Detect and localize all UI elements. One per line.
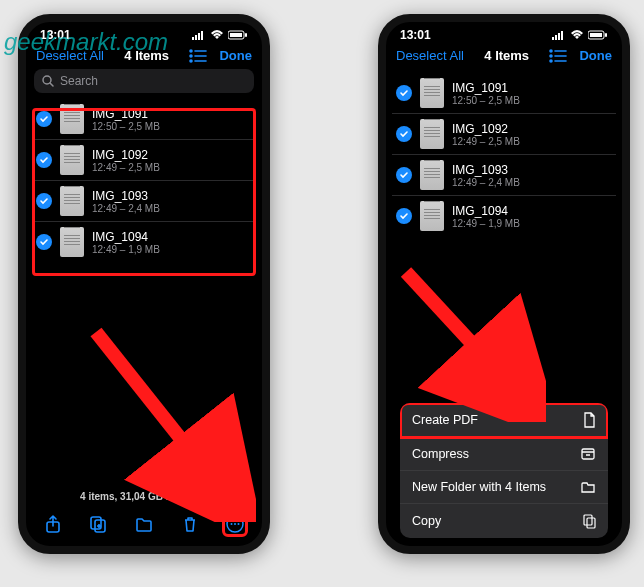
search-icon bbox=[42, 75, 54, 87]
status-time: 13:01 bbox=[40, 28, 71, 42]
move-button[interactable] bbox=[126, 509, 162, 539]
view-toggle-icon[interactable] bbox=[189, 49, 207, 63]
svg-rect-5 bbox=[230, 33, 242, 37]
svg-rect-27 bbox=[558, 33, 560, 40]
deselect-all-button[interactable]: Deselect All bbox=[36, 48, 104, 63]
checkbox-checked-icon[interactable] bbox=[396, 85, 412, 101]
ctx-label: New Folder with 4 Items bbox=[412, 480, 546, 494]
ctx-create-pdf[interactable]: Create PDF bbox=[400, 403, 608, 438]
nav-title: 4 Items bbox=[124, 48, 169, 63]
ctx-label: Compress bbox=[412, 447, 469, 461]
svg-point-32 bbox=[550, 50, 552, 52]
checkbox-checked-icon[interactable] bbox=[36, 111, 52, 127]
document-icon bbox=[582, 412, 596, 428]
ctx-label: Copy bbox=[412, 514, 441, 528]
duplicate-button[interactable] bbox=[80, 509, 116, 539]
more-button[interactable] bbox=[217, 509, 253, 539]
file-name: IMG_1091 bbox=[452, 81, 520, 95]
annotation-arrow bbox=[396, 262, 546, 422]
ctx-copy[interactable]: Copy bbox=[400, 504, 608, 538]
done-button[interactable]: Done bbox=[219, 48, 252, 63]
file-sub: 12:49 – 2,5 MB bbox=[92, 162, 160, 173]
battery-icon bbox=[228, 30, 248, 40]
file-sub: 12:50 – 2,5 MB bbox=[452, 95, 520, 106]
copy-icon bbox=[582, 513, 596, 529]
file-row[interactable]: IMG_109112:50 – 2,5 MB bbox=[392, 73, 616, 114]
svg-point-22 bbox=[234, 523, 236, 525]
ctx-label: Create PDF bbox=[412, 413, 478, 427]
file-row[interactable]: IMG_109412:49 – 1,9 MB bbox=[32, 222, 256, 262]
svg-point-23 bbox=[238, 523, 240, 525]
svg-point-34 bbox=[550, 55, 552, 57]
file-row[interactable]: IMG_109312:49 – 2,4 MB bbox=[32, 181, 256, 222]
svg-point-36 bbox=[550, 60, 552, 62]
status-time: 13:01 bbox=[400, 28, 431, 42]
status-bar: 13:01 bbox=[386, 22, 622, 44]
done-button[interactable]: Done bbox=[579, 48, 612, 63]
share-button[interactable] bbox=[35, 509, 71, 539]
svg-rect-6 bbox=[245, 33, 247, 37]
svg-rect-39 bbox=[582, 449, 594, 459]
wifi-icon bbox=[570, 30, 584, 40]
checkbox-checked-icon[interactable] bbox=[36, 152, 52, 168]
folder-plus-icon bbox=[580, 480, 596, 494]
phone-right: 13:01 Deselect All 4 Items Done IMG_1091… bbox=[378, 14, 630, 554]
checkbox-checked-icon[interactable] bbox=[396, 167, 412, 183]
svg-rect-43 bbox=[587, 518, 595, 528]
file-sub: 12:49 – 2,5 MB bbox=[452, 136, 520, 147]
svg-rect-2 bbox=[198, 33, 200, 40]
file-thumbnail bbox=[420, 201, 444, 231]
phone-left: 13:01 Deselect All 4 Items Done Search I… bbox=[18, 14, 270, 554]
svg-point-7 bbox=[190, 50, 192, 52]
deselect-all-button[interactable]: Deselect All bbox=[396, 48, 464, 63]
svg-rect-26 bbox=[555, 35, 557, 40]
file-list: IMG_109112:50 – 2,5 MB IMG_109212:49 – 2… bbox=[26, 99, 262, 262]
file-thumbnail bbox=[420, 160, 444, 190]
ctx-compress[interactable]: Compress bbox=[400, 438, 608, 471]
signal-icon bbox=[192, 30, 206, 40]
context-menu: Create PDF Compress New Folder with 4 It… bbox=[400, 403, 608, 538]
checkbox-checked-icon[interactable] bbox=[396, 126, 412, 142]
file-thumbnail bbox=[60, 145, 84, 175]
svg-point-11 bbox=[190, 60, 192, 62]
checkbox-checked-icon[interactable] bbox=[36, 234, 52, 250]
svg-rect-31 bbox=[605, 33, 607, 37]
status-bar: 13:01 bbox=[26, 22, 262, 44]
svg-rect-3 bbox=[201, 31, 203, 40]
file-thumbnail bbox=[60, 227, 84, 257]
checkbox-checked-icon[interactable] bbox=[396, 208, 412, 224]
svg-rect-0 bbox=[192, 37, 194, 40]
file-row[interactable]: IMG_109412:49 – 1,9 MB bbox=[392, 196, 616, 236]
nav-title: 4 Items bbox=[484, 48, 529, 63]
search-placeholder: Search bbox=[60, 74, 98, 88]
view-toggle-icon[interactable] bbox=[549, 49, 567, 63]
file-thumbnail bbox=[420, 119, 444, 149]
file-list: IMG_109112:50 – 2,5 MB IMG_109212:49 – 2… bbox=[386, 73, 622, 236]
svg-line-38 bbox=[406, 272, 526, 402]
checkbox-checked-icon[interactable] bbox=[36, 193, 52, 209]
ctx-new-folder[interactable]: New Folder with 4 Items bbox=[400, 471, 608, 504]
file-row[interactable]: IMG_109212:49 – 2,5 MB bbox=[32, 140, 256, 181]
svg-rect-25 bbox=[552, 37, 554, 40]
battery-icon bbox=[588, 30, 608, 40]
svg-rect-1 bbox=[195, 35, 197, 40]
status-icons bbox=[552, 30, 608, 40]
svg-rect-30 bbox=[590, 33, 602, 37]
file-row[interactable]: IMG_109112:50 – 2,5 MB bbox=[32, 99, 256, 140]
wifi-icon bbox=[210, 30, 224, 40]
file-name: IMG_1093 bbox=[92, 189, 160, 203]
footer-status: 4 items, 31,04 GB available bbox=[26, 491, 262, 502]
svg-line-24 bbox=[96, 332, 231, 502]
file-thumbnail bbox=[60, 186, 84, 216]
delete-button[interactable] bbox=[172, 509, 208, 539]
nav-bar: Deselect All 4 Items Done bbox=[26, 44, 262, 69]
file-row[interactable]: IMG_109212:49 – 2,5 MB bbox=[392, 114, 616, 155]
nav-bar: Deselect All 4 Items Done bbox=[386, 44, 622, 69]
svg-point-21 bbox=[231, 523, 233, 525]
file-row[interactable]: IMG_109312:49 – 2,4 MB bbox=[392, 155, 616, 196]
svg-rect-28 bbox=[561, 31, 563, 40]
file-name: IMG_1094 bbox=[452, 204, 520, 218]
svg-point-9 bbox=[190, 55, 192, 57]
svg-line-14 bbox=[50, 83, 53, 86]
search-field[interactable]: Search bbox=[34, 69, 254, 93]
